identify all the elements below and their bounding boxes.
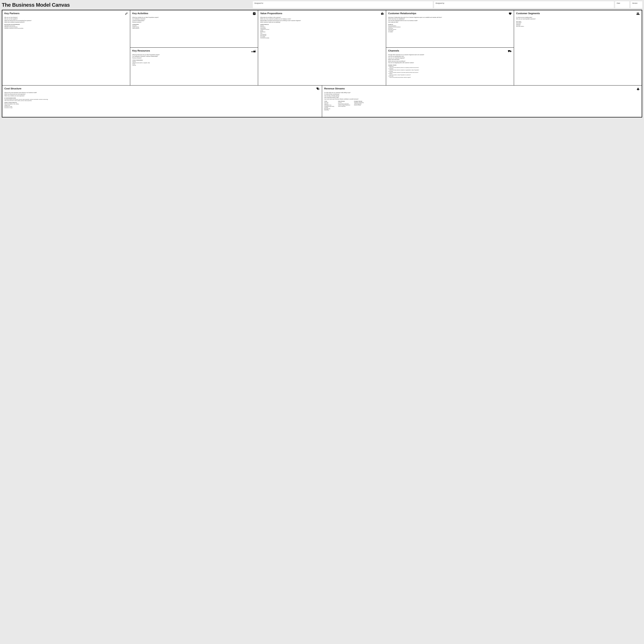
meta-designed-for[interactable]: Designed for:	[253, 1, 433, 8]
people-icon	[636, 12, 640, 15]
cell-key-resources: Key Resources What Key Resources do our …	[130, 48, 258, 85]
cell-value-propositions: Value Propositions What value do we deli…	[258, 10, 386, 85]
cell-revenue-streams: Revenue Streams $ For what value are our…	[322, 86, 642, 117]
svg-rect-5	[382, 14, 383, 15]
canvas: Key Partners Who are our Key Partners? W…	[2, 10, 642, 117]
meta-date[interactable]: Date:	[615, 1, 629, 8]
cell-key-activities: Key Activities What Key Activities do ou…	[130, 10, 258, 48]
truck-icon	[508, 49, 512, 53]
meta-version[interactable]: Version:	[631, 1, 642, 8]
svg-rect-7	[382, 13, 384, 13]
svg-point-15	[317, 88, 317, 88]
customer-relationships-title: Customer Relationships	[388, 12, 416, 15]
heart-icon	[509, 12, 512, 15]
factory-icon	[251, 49, 256, 53]
meta-boxes: Designed for: Designed by: Date: Version…	[253, 1, 642, 8]
svg-rect-6	[381, 13, 382, 13]
svg-rect-4	[381, 14, 382, 15]
key-activities-title: Key Activities	[132, 12, 148, 15]
money-bag-icon: $	[637, 87, 640, 90]
svg-text:$: $	[638, 89, 638, 90]
canvas-top-row: Key Partners Who are our Key Partners? W…	[2, 10, 642, 86]
cell-channels: Channels Through which Channels do our C…	[386, 48, 514, 85]
svg-rect-8	[508, 50, 510, 52]
gift-icon	[381, 12, 384, 15]
revenue-streams-title: Revenue Streams	[324, 87, 345, 90]
cell-customer-segments: Customer Segments For whom are we creati…	[514, 10, 642, 85]
page-header: The Business Model Canvas Designed for: …	[2, 1, 642, 8]
value-propositions-title: Value Propositions	[260, 12, 282, 15]
key-partners-title: Key Partners	[4, 12, 19, 15]
channels-title: Channels	[388, 49, 399, 52]
svg-rect-3	[253, 51, 256, 52]
checkbox-icon	[253, 12, 256, 15]
key-partners-questions: Who are our Key Partners? Who are our ke…	[4, 17, 128, 23]
cell-customer-relationships: Customer Relationships What type of rela…	[386, 10, 514, 48]
cell-cost-structure: Cost Structure What are the most importa…	[2, 86, 322, 117]
link-icon	[125, 12, 128, 15]
svg-point-14	[638, 13, 639, 14]
tags-icon	[316, 87, 320, 90]
key-resources-title: Key Resources	[132, 49, 150, 52]
meta-designed-by[interactable]: Designed by:	[434, 1, 614, 8]
canvas-bottom-row: Cost Structure What are the most importa…	[2, 86, 642, 117]
cost-structure-title: Cost Structure	[4, 87, 21, 90]
customer-segments-title: Customer Segments	[516, 12, 540, 15]
svg-point-10	[509, 52, 509, 52]
svg-point-13	[637, 13, 638, 14]
page-title: The Business Model Canvas	[2, 1, 252, 8]
cell-key-partners: Key Partners Who are our Key Partners? W…	[2, 10, 130, 85]
